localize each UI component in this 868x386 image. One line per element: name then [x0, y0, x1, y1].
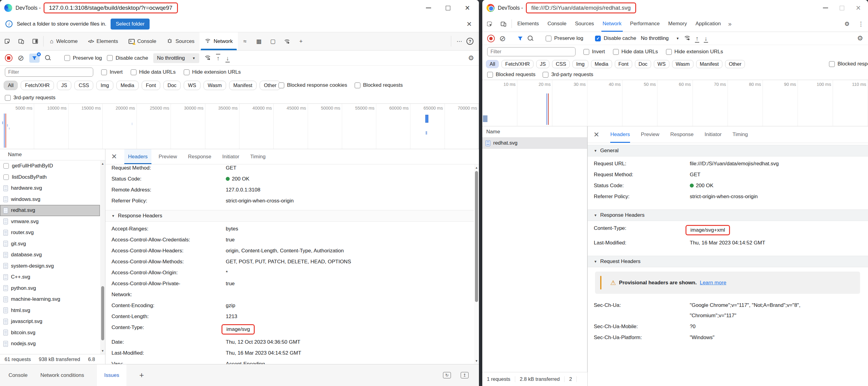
request-row[interactable]: system-design.svg [0, 261, 100, 272]
request-type-chip[interactable]: Doc [163, 81, 181, 90]
request-list-scrollbar[interactable]: ▲ ▼ [100, 160, 105, 354]
drawer-tab-console[interactable]: Console [8, 364, 27, 386]
request-type-chip[interactable]: Other [725, 60, 745, 68]
request-row[interactable]: redhat.svg [0, 205, 100, 216]
close-details-icon[interactable]: ✕ [111, 153, 117, 160]
blocked-requests-toggle[interactable]: Blocked requests [354, 82, 403, 88]
search-icon[interactable] [527, 35, 534, 42]
learn-more-link[interactable]: Learn more [700, 280, 726, 286]
tab-elements[interactable]: </>Elements [83, 32, 123, 50]
network-settings-icon[interactable]: ⚙ [857, 35, 863, 42]
maximize-button[interactable] [840, 6, 844, 10]
blocked-response-cookies-checkbox[interactable] [278, 83, 284, 88]
details-scrollbar[interactable]: ▲ ▼ [474, 164, 479, 364]
tab-headers[interactable]: Headers [124, 149, 151, 164]
request-type-chip[interactable]: Media [591, 60, 612, 68]
request-type-chip[interactable]: All [4, 81, 18, 90]
tab-initiator[interactable]: Initiator [222, 149, 240, 164]
network-settings-icon[interactable]: ⚙ [468, 55, 474, 62]
blocked-requests-checkbox[interactable] [487, 72, 493, 77]
more-options-icon[interactable]: ⋮ [854, 16, 868, 32]
throttling-select[interactable]: No throttling▼ [153, 53, 199, 63]
request-type-chip[interactable]: All [486, 60, 499, 68]
right-timeline-overview[interactable]: 10 ms20 ms30 ms40 ms50 ms60 ms70 ms80 ms… [482, 80, 868, 126]
scrollbar-thumb[interactable] [475, 171, 478, 302]
name-column-header[interactable]: Name [0, 149, 105, 160]
request-headers-section[interactable]: ▼Request Headers [588, 256, 868, 267]
tab-network[interactable]: Network [598, 16, 626, 32]
inspect-icon[interactable] [482, 16, 496, 32]
scrollbar-thumb[interactable] [101, 286, 104, 340]
inspect-icon[interactable] [0, 32, 14, 50]
request-type-chip[interactable]: Other [259, 81, 281, 90]
hide-data-urls-checkbox[interactable] [131, 69, 136, 75]
request-type-chip[interactable]: Manifest [229, 81, 256, 90]
device-toolbar-icon[interactable] [14, 32, 28, 50]
network-filter-input[interactable] [5, 68, 93, 77]
request-type-chip[interactable]: Wasm [204, 81, 226, 90]
general-section[interactable]: ▼General [588, 145, 868, 157]
network-filter-input[interactable] [487, 47, 576, 56]
request-type-chip[interactable]: Media [116, 81, 138, 90]
hide-data-urls-checkbox[interactable] [613, 49, 619, 55]
tab-network[interactable]: Network [199, 32, 238, 50]
request-type-chip[interactable]: Font [142, 81, 160, 90]
tab-sources[interactable]: Sources [571, 16, 598, 32]
tab-preview[interactable]: Preview [159, 149, 177, 164]
throttling-select[interactable]: No throttling▼ [641, 35, 679, 41]
preserve-log-checkbox[interactable] [546, 36, 552, 41]
request-type-chip[interactable]: Fetch/XHR [501, 60, 533, 68]
record-button[interactable] [487, 35, 495, 42]
request-type-chip[interactable]: CSS [552, 60, 570, 68]
request-type-chip[interactable]: Wasm [672, 60, 693, 68]
close-details-icon[interactable]: ✕ [593, 131, 599, 138]
drawer-tab-issues[interactable]: Issues [97, 364, 126, 386]
third-party-requests-toggle[interactable]: 3rd-party requests [5, 95, 56, 101]
export-har-icon[interactable]: ↓ [225, 55, 230, 61]
scroll-up-button[interactable]: ▲ [100, 162, 105, 165]
third-party-requests-checkbox[interactable] [542, 72, 549, 77]
preserve-log-checkbox[interactable] [64, 55, 70, 61]
invert-checkbox[interactable] [101, 69, 107, 75]
request-row[interactable]: router.svg [0, 227, 100, 238]
response-headers-section[interactable]: ▼Response Headers [105, 210, 474, 222]
export-har-icon[interactable]: ↓ [704, 35, 708, 41]
request-row[interactable]: listDocsByPath [0, 172, 100, 183]
tab-sources[interactable]: Sources [161, 32, 199, 50]
request-type-chip[interactable]: WS [654, 60, 669, 68]
invert-checkbox[interactable] [583, 49, 589, 55]
drawer-tab-network-conditions[interactable]: Network conditions [40, 364, 84, 386]
disable-cache-toggle[interactable]: Disable cache [107, 55, 148, 61]
more-panels-icon[interactable]: » [725, 16, 735, 32]
close-button[interactable]: × [856, 6, 861, 10]
disable-cache-checkbox[interactable] [107, 55, 113, 61]
request-type-chip[interactable]: Manifest [696, 60, 722, 68]
minimize-button[interactable] [823, 8, 828, 8]
import-har-icon[interactable]: ↑ [695, 35, 699, 41]
third-party-requests-toggle[interactable]: 3rd-party requests [542, 71, 593, 77]
blocked-response-cookies-toggle[interactable]: Blocked response cookies [278, 82, 347, 88]
clear-icon[interactable]: ⊘ [499, 35, 506, 42]
tab-initiator[interactable]: Initiator [705, 126, 722, 143]
export-panel-icon[interactable]: ↥ [461, 372, 469, 378]
tab-application[interactable]: Application [691, 16, 725, 32]
hide-extension-urls-checkbox[interactable] [184, 69, 189, 75]
tab-timing[interactable]: Timing [733, 126, 748, 143]
disable-cache-toggle[interactable]: Disable cache [595, 35, 636, 41]
tab-response[interactable]: Response [188, 149, 211, 164]
infobar-close-icon[interactable]: × [467, 20, 473, 28]
request-row[interactable]: nodejs.svg [0, 338, 100, 350]
close-button[interactable]: × [465, 6, 470, 10]
application-icon[interactable]: ▢ [266, 32, 280, 50]
request-type-chip[interactable]: Doc [635, 60, 651, 68]
scroll-down-button[interactable]: ▼ [474, 359, 479, 362]
tab-timing[interactable]: Timing [250, 149, 266, 164]
add-tab-button[interactable]: + [294, 32, 308, 50]
third-party-requests-checkbox[interactable] [5, 95, 11, 101]
clear-icon[interactable]: ⊘ [18, 54, 24, 62]
blocked-response-cookies-toggle[interactable]: Blocked response cookies [829, 61, 868, 67]
scroll-up-button[interactable]: ▲ [474, 166, 479, 169]
hide-extension-urls-toggle[interactable]: Hide extension URLs [666, 49, 723, 55]
help-icon[interactable]: ? [466, 38, 473, 45]
name-column-header[interactable]: Name [482, 126, 587, 138]
